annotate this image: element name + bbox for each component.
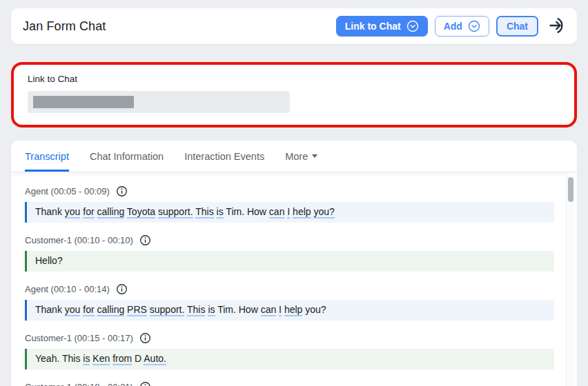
keyword-highlight: for	[83, 304, 94, 316]
keyword-highlight: I	[287, 206, 290, 219]
keyword-highlight: can	[269, 206, 285, 219]
message-speaker-label: Agent (00:10 - 00:14)	[25, 283, 554, 295]
transcript-message: Agent (00:10 - 00:14)Thank you for calli…	[25, 283, 554, 321]
info-icon[interactable]	[139, 234, 151, 246]
link-to-chat-input[interactable]	[28, 91, 290, 113]
link-to-chat-field-label: Link to Chat	[28, 74, 560, 84]
chevron-down-circle-icon	[406, 20, 419, 32]
speaker-time-text: Customer-1 (00:15 - 00:17)	[25, 333, 133, 344]
keyword-highlight: Toyota	[127, 206, 155, 219]
transcript-message: Customer-1 (00:18 - 00:21)	[25, 381, 554, 386]
keyword-highlight: calling	[97, 304, 125, 316]
exit-panel-button[interactable]	[548, 16, 567, 37]
tab-interaction-events-label: Interaction Events	[184, 151, 264, 162]
caret-down-icon	[312, 154, 317, 158]
keyword-highlight: you	[65, 304, 81, 316]
keyword-highlight: Auto.	[144, 353, 166, 365]
keyword-highlight: is	[83, 353, 90, 365]
chevron-down-circle-icon	[468, 20, 480, 32]
tab-chat-information[interactable]: Chat Information	[90, 141, 164, 172]
speaker-time-text: Customer-1 (00:10 - 00:10)	[25, 235, 133, 246]
link-to-chat-section: Link to Chat	[11, 62, 577, 128]
speaker-time-text: Agent (00:05 - 00:09)	[25, 186, 110, 197]
speaker-time-text: Agent (00:10 - 00:14)	[25, 284, 110, 295]
transcript-panel: Transcript Chat Information Interaction …	[11, 141, 577, 386]
keyword-highlight: is	[217, 206, 224, 219]
speaker-time-text: Customer-1 (00:18 - 00:21)	[25, 382, 133, 386]
keyword-highlight: Ken	[92, 353, 110, 365]
keyword-highlight: for	[83, 206, 94, 219]
tab-bar: Transcript Chat Information Interaction …	[11, 141, 577, 172]
keyword-highlight: help	[284, 304, 302, 316]
keyword-highlight: This	[195, 206, 213, 219]
page-title: Jan Form Chat	[23, 19, 106, 34]
message-bubble: Yeah. This is Ken from D Auto.	[25, 349, 554, 369]
link-to-chat-button[interactable]: Link to Chat	[336, 16, 428, 37]
keyword-highlight: calling	[97, 206, 125, 219]
info-icon[interactable]	[139, 332, 151, 344]
keyword-highlight: you	[65, 206, 81, 219]
transcript-message: Agent (00:05 - 00:09)Thank you for calli…	[25, 185, 554, 223]
chat-button[interactable]: Chat	[496, 16, 538, 37]
message-bubble: Thank you for calling Toyota support. Th…	[25, 202, 554, 223]
add-button[interactable]: Add	[435, 16, 489, 37]
message-bubble: Hello?	[25, 251, 554, 272]
keyword-highlight: from	[112, 353, 132, 365]
tab-more[interactable]: More	[285, 141, 317, 172]
message-speaker-label: Customer-1 (00:10 - 00:10)	[25, 234, 554, 246]
info-icon[interactable]	[116, 283, 128, 295]
keyword-highlight: PRS	[127, 304, 147, 316]
transcript-message: Customer-1 (00:15 - 00:17)Yeah. This is …	[25, 332, 554, 369]
info-icon[interactable]	[116, 185, 128, 197]
header-actions: Link to Chat Add Chat	[336, 16, 567, 37]
keyword-highlight: is	[208, 304, 215, 316]
tab-transcript-label: Transcript	[25, 151, 69, 162]
redacted-value	[33, 96, 134, 108]
scrollbar-thumb[interactable]	[568, 177, 574, 202]
keyword-highlight: This	[187, 304, 205, 316]
chat-button-label: Chat	[507, 21, 528, 32]
keyword-highlight: you?	[313, 206, 334, 219]
tab-more-label: More	[285, 151, 308, 162]
transcript-messages: Agent (00:05 - 00:09)Thank you for calli…	[11, 172, 577, 386]
message-bubble: Thank you for calling PRS support. This …	[25, 300, 554, 321]
info-icon[interactable]	[139, 381, 151, 386]
add-button-label: Add	[444, 21, 462, 32]
arrow-right-bracket-icon	[548, 16, 567, 37]
keyword-highlight: I	[279, 304, 282, 316]
keyword-highlight: can	[261, 304, 277, 316]
transcript-message: Customer-1 (00:10 - 00:10)Hello?	[25, 234, 554, 272]
message-speaker-label: Agent (00:05 - 00:09)	[25, 185, 554, 197]
keyword-highlight: help	[293, 206, 311, 219]
tab-interaction-events[interactable]: Interaction Events	[184, 141, 264, 172]
tab-chat-information-label: Chat Information	[90, 151, 164, 162]
link-to-chat-button-label: Link to Chat	[345, 21, 401, 32]
header-bar: Jan Form Chat Link to Chat Add Chat	[11, 8, 577, 44]
scrollbar-track[interactable]	[566, 172, 574, 386]
keyword-highlight: support.	[158, 206, 193, 219]
tab-transcript[interactable]: Transcript	[25, 141, 69, 172]
message-speaker-label: Customer-1 (00:18 - 00:21)	[25, 381, 554, 386]
keyword-highlight: support.	[150, 304, 185, 316]
message-speaker-label: Customer-1 (00:15 - 00:17)	[25, 332, 554, 344]
